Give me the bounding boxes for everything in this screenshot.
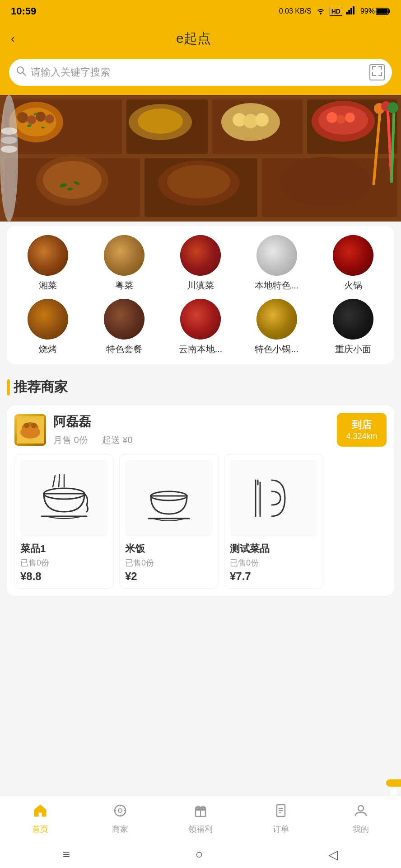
nav-icon-merchant	[112, 803, 128, 822]
svg-point-39	[255, 113, 269, 127]
hero-banner	[0, 95, 401, 222]
section-title-text: 推荐商家	[14, 378, 68, 396]
category-item-bbq[interactable]: 烧烤	[12, 299, 84, 355]
nav-icon-welfare	[193, 803, 208, 822]
category-item-xiaoguo[interactable]: 特色小锅...	[240, 299, 313, 355]
category-label-bbq: 烧烤	[39, 343, 57, 355]
svg-rect-10	[372, 66, 373, 70]
category-item-sichuan[interactable]: 川滇菜	[164, 235, 237, 292]
nav-item-welfare[interactable]: 领福利	[160, 796, 241, 841]
svg-line-69	[59, 475, 60, 487]
restaurant-header: 阿磊磊 月售 0份 起送 ¥0 到店 4.324km	[14, 413, 387, 447]
page-title: e起点	[15, 29, 372, 48]
game-widget[interactable]: 游戏微课	[386, 779, 401, 787]
product-sold-2: 已售0份	[230, 557, 317, 568]
nav-label-home: 首页	[32, 824, 48, 835]
category-label-xiaoguo: 特色小锅...	[255, 343, 298, 355]
svg-point-62	[387, 102, 398, 113]
category-section: 湘菜粤菜川滇菜本地特色...火锅烧烤特色套餐云南本地...特色小锅...重庆小面	[7, 226, 394, 364]
nav-item-mine[interactable]: 我的	[321, 796, 401, 841]
nav-item-home[interactable]: 首页	[0, 796, 80, 841]
svg-rect-3	[353, 6, 354, 14]
status-bar: 10:59 0.03 KB/S HD 99%	[0, 0, 401, 23]
action-label: 到店	[345, 418, 378, 432]
main-content: 10:59 0.03 KB/S HD 99% ‹ e起点 请输入关键	[0, 0, 401, 684]
svg-rect-1	[348, 10, 350, 14]
svg-point-27	[17, 112, 28, 123]
hd-badge: HD	[330, 7, 342, 16]
category-grid: 湘菜粤菜川滇菜本地特色...火锅烧烤特色套餐云南本地...特色小锅...重庆小面	[12, 235, 389, 355]
svg-line-68	[53, 476, 55, 487]
category-item-cantonese[interactable]: 粤菜	[88, 235, 161, 292]
svg-rect-5	[388, 9, 390, 13]
android-back-icon[interactable]: ◁	[328, 847, 338, 862]
category-circle-hunan	[28, 235, 68, 276]
product-image-2	[230, 460, 317, 537]
category-item-local[interactable]: 本地特色...	[240, 235, 313, 292]
svg-rect-2	[350, 8, 352, 14]
svg-point-7	[17, 67, 23, 73]
category-label-yunnan: 云南本地...	[179, 343, 223, 355]
product-card-2[interactable]: 测试菜品 已售0份 ¥7.7	[224, 454, 323, 589]
category-circle-cantonese	[104, 235, 145, 276]
product-sold-1: 已售0份	[125, 557, 213, 568]
category-circle-sichuan	[180, 235, 221, 276]
android-home-icon[interactable]: ○	[196, 847, 203, 862]
svg-point-46	[43, 161, 102, 199]
category-circle-xiaoguo	[256, 299, 297, 340]
product-image-0	[20, 460, 108, 537]
category-item-special_set[interactable]: 特色套餐	[88, 299, 161, 355]
category-item-yunnan[interactable]: 云南本地...	[164, 299, 237, 355]
nav-item-orders[interactable]: 订单	[241, 796, 321, 841]
back-button[interactable]: ‹	[11, 32, 15, 46]
svg-point-56	[1, 146, 17, 153]
title-bar-decoration	[7, 379, 10, 396]
search-bar[interactable]: 请输入关键字搜索	[9, 59, 392, 86]
battery-icon: 99%	[360, 7, 390, 15]
nav-label-welfare: 领福利	[188, 824, 213, 835]
scan-icon[interactable]	[369, 64, 385, 80]
product-price-0: ¥8.8	[20, 570, 108, 583]
category-circle-local	[256, 235, 297, 276]
product-sold-0: 已售0份	[20, 557, 108, 568]
product-name-0: 菜品1	[20, 542, 108, 556]
category-label-special_set: 特色套餐	[106, 343, 142, 355]
category-item-hotpot[interactable]: 火锅	[317, 235, 389, 292]
product-image-1	[125, 460, 213, 537]
svg-point-30	[45, 114, 54, 123]
svg-point-54	[1, 127, 17, 135]
nav-icon-mine	[353, 803, 368, 822]
status-time: 10:59	[11, 5, 36, 17]
restaurant-action-button[interactable]: 到店 4.324km	[337, 413, 387, 447]
product-card-1[interactable]: 米饭 已售0份 ¥2	[119, 454, 219, 589]
bottom-nav: 首页 商家 领福利 订单 我的	[0, 796, 401, 841]
search-icon	[16, 66, 26, 79]
network-speed: 0.03 KB/S	[279, 7, 312, 15]
svg-point-28	[27, 115, 36, 124]
wifi-icon	[315, 6, 326, 17]
category-circle-noodle	[333, 299, 373, 340]
category-item-hunan[interactable]: 湘菜	[12, 235, 84, 292]
header: ‹ e起点	[0, 23, 401, 54]
svg-rect-12	[381, 66, 382, 70]
nav-item-merchant[interactable]: 商家	[80, 796, 161, 841]
product-card-0[interactable]: 菜品1 已售0份 ¥8.8	[14, 454, 114, 589]
svg-rect-6	[377, 9, 388, 14]
product-name-1: 米饭	[125, 542, 213, 556]
restaurant-meta: 月售 0份 起送 ¥0	[53, 434, 337, 446]
product-price-1: ¥2	[125, 570, 213, 583]
svg-rect-16	[381, 72, 382, 76]
search-input[interactable]: 请输入关键字搜索	[31, 66, 365, 79]
nav-icon-orders	[273, 803, 289, 822]
monthly-sales: 月售 0份	[53, 435, 88, 445]
category-item-noodle[interactable]: 重庆小面	[317, 299, 389, 355]
status-icons: 0.03 KB/S HD 99%	[279, 6, 390, 17]
svg-point-43	[336, 115, 345, 124]
nav-label-orders: 订单	[273, 824, 289, 835]
svg-rect-14	[372, 72, 373, 76]
restaurant-name: 阿磊磊	[53, 413, 337, 430]
android-menu-icon[interactable]: ≡	[63, 847, 70, 862]
category-label-hotpot: 火锅	[344, 279, 362, 292]
signal-icon	[346, 6, 357, 17]
nav-label-merchant: 商家	[112, 824, 128, 835]
